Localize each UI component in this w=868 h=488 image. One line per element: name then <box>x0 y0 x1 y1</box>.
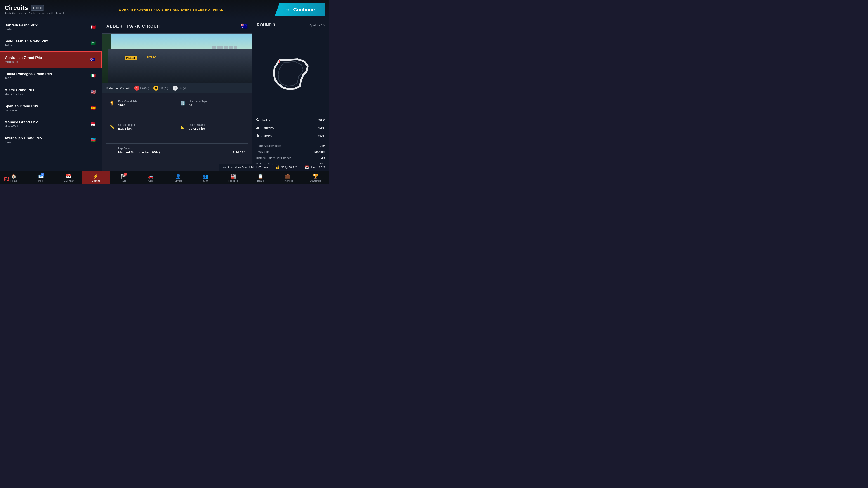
weather-temp: 28°C <box>318 119 326 122</box>
first-gp-label: First Grand Prix <box>118 100 137 103</box>
circuit-image: PIRELLI P ZERO <box>102 34 252 84</box>
laps-value: 58 <box>189 103 207 107</box>
page-title: Circuits <box>4 4 28 11</box>
condition-row: Track Abrasiveness Low <box>256 143 326 149</box>
circuit-info-bar: Balanced Circuit S C4 (x8) M C3 (x3) H C… <box>102 84 252 93</box>
status-text: Australian Grand Prix in 7 days <box>228 166 268 169</box>
tyre-s-badge: S <box>134 86 139 91</box>
status-text: $38,436,726 <box>281 166 298 169</box>
nav-item-board[interactable]: 📋 Board <box>247 171 274 184</box>
continue-arrow-icon: → <box>285 6 290 13</box>
condition-label: Track Grip <box>256 150 270 154</box>
circuit-item-flag: 🇧🇭 <box>89 24 97 30</box>
laps-stat: 🔢 Number of laps 58 <box>177 97 248 120</box>
lap-record-label: Lap Record <box>118 147 245 150</box>
nav-icon: 🏠 <box>11 173 17 179</box>
length-label: Circuit Length <box>118 123 135 127</box>
nav-item-finances[interactable]: 💼 Finances <box>274 171 302 184</box>
tyre-s-label: C4 (x8) <box>140 87 149 90</box>
nav-item-standings[interactable]: 🏆 Standings <box>302 171 329 184</box>
condition-value: Medium <box>314 150 326 154</box>
status-item: 💰 $38,436,726 <box>272 164 301 171</box>
circuit-item-australian-grand-prix[interactable]: Australian Grand Prix Melbourne 🇦🇺 <box>0 51 102 68</box>
distance-icon: 📐 <box>179 123 186 130</box>
circuit-item-text: Australian Grand Prix Melbourne <box>5 56 42 64</box>
status-icon: 📅 <box>305 165 309 169</box>
nav-item-inbox[interactable]: 3 📧 Inbox <box>27 171 55 184</box>
circuit-item-flag: 🇦🇿 <box>89 137 97 143</box>
condition-row: Historic Safety Car Chance 64% <box>256 155 326 161</box>
tyre-h-label: C2 (x2) <box>179 87 187 90</box>
status-icon: 💰 <box>276 165 279 169</box>
weather-day-label: Sunday <box>261 134 272 138</box>
distance-content: Race Distance 307.574 km <box>189 123 206 131</box>
circuit-item-text: Emilia Romagna Grand Prix Imola <box>4 72 52 80</box>
nav-item-home[interactable]: 🏠 Home <box>0 171 27 184</box>
track-map-svg <box>266 54 315 94</box>
nav-icon: 📋 <box>258 173 264 179</box>
nav-icon: 🏆 <box>313 173 318 179</box>
nav-item-staff[interactable]: 👥 Staff <box>192 171 219 184</box>
nav-item-facilities[interactable]: 🏭 Facilities <box>219 171 247 184</box>
status-text: 1 Apr, 2022 <box>311 166 326 169</box>
circuit-item-spanish-grand-prix[interactable]: Spanish Grand Prix Barcelona 🇪🇸 <box>0 100 102 116</box>
continue-button[interactable]: → Continue <box>275 3 324 16</box>
nav-icon: 📅 <box>66 173 71 179</box>
weather-row-saturday: 🌥 Saturday 24°C <box>256 124 326 132</box>
circuit-item-emilia-romagna-grand-prix[interactable]: Emilia Romagna Grand Prix Imola 🇮🇹 <box>0 68 102 84</box>
nav-label: Facilities <box>228 180 238 182</box>
right-panel: ROUND 3 April 8 - 10 🌤 Friday 28°C <box>252 19 329 171</box>
nav-label: Cars <box>148 180 153 182</box>
circuit-country-flag: 🇦🇺 <box>240 23 248 30</box>
circuit-item-location: Melbourne <box>5 60 42 64</box>
length-icon: 📏 <box>109 123 116 130</box>
circuit-item-saudi-arabian-grand-prix[interactable]: Saudi Arabian Grand Prix Jeddah 🇸🇦 <box>0 35 102 51</box>
main-content: Bahrain Grand Prix Sakhir 🇧🇭 Saudi Arabi… <box>0 19 329 171</box>
nav-label: Home <box>10 180 17 182</box>
circuit-item-monaco-grand-prix[interactable]: Monaco Grand Prix Monte-Carlo 🇲🇨 <box>0 116 102 132</box>
circuit-item-bahrain-grand-prix[interactable]: Bahrain Grand Prix Sakhir 🇧🇭 <box>0 19 102 35</box>
circuit-item-flag: 🇦🇺 <box>89 57 97 62</box>
nav-icon: 🏭 <box>230 173 236 179</box>
laps-content: Number of laps 58 <box>189 100 207 107</box>
weather-temp: 24°C <box>318 126 326 130</box>
first-gp-icon: 🏆 <box>109 100 116 107</box>
help-button[interactable]: H Help <box>31 5 44 11</box>
help-label: H Help <box>33 6 41 9</box>
circuit-item-text: Bahrain Grand Prix Sakhir <box>4 23 37 31</box>
circuit-item-location: Baku <box>4 141 42 144</box>
weather-icon: 🌤 <box>256 118 259 122</box>
circuit-item-flag: 🇸🇦 <box>89 40 97 46</box>
weather-day: 🌥 Sunday <box>256 134 272 138</box>
weather-temp: 25°C <box>318 134 326 138</box>
circuit-item-miami-grand-prix[interactable]: Miami Grand Prix Miami Gardens 🇺🇸 <box>0 84 102 100</box>
distance-value: 307.574 km <box>189 127 206 131</box>
weather-day-label: Friday <box>261 119 270 122</box>
nav-icon: ⚡ <box>93 173 99 179</box>
condition-value: 64% <box>320 156 326 160</box>
circuit-item-text: Spanish Grand Prix Barcelona <box>4 104 38 112</box>
status-item: 📅 1 Apr, 2022 <box>301 164 329 171</box>
nav-item-race[interactable]: ! 🏁 Race <box>110 171 137 184</box>
condition-label: Track Abrasiveness <box>256 144 281 148</box>
nav-item-drivers[interactable]: 👤 Drivers <box>164 171 192 184</box>
condition-value: Low <box>320 144 326 148</box>
weather-icon: 🌥 <box>256 126 259 130</box>
nav-item-cars[interactable]: 🚗 Cars <box>137 171 164 184</box>
lap-record-holder: Michael Schumacher (2004) <box>118 151 160 154</box>
nav-item-calendar[interactable]: 📅 Calendar <box>55 171 82 184</box>
circuit-item-azerbaijan-grand-prix[interactable]: Azerbaijan Grand Prix Baku 🇦🇿 <box>0 132 102 148</box>
circuit-item-name: Bahrain Grand Prix <box>4 23 37 27</box>
condition-row: Track Grip Medium <box>256 149 326 155</box>
circuit-item-name: Azerbaijan Grand Prix <box>4 136 42 140</box>
nav-label: Staff <box>203 180 208 182</box>
nav-item-circuits[interactable]: ⚡ Circuits <box>82 171 110 184</box>
page-subtitle: Study the race data for this season's of… <box>4 12 67 15</box>
center-panel: ALBERT PARK CIRCUIT 🇦🇺 <box>102 19 252 171</box>
circuit-item-name: Saudi Arabian Grand Prix <box>4 39 48 43</box>
tyre-m-compound: M C3 (x3) <box>153 86 168 91</box>
circuit-item-text: Miami Grand Prix Miami Gardens <box>4 88 34 96</box>
nav-label: Race <box>121 180 126 182</box>
circuit-item-flag: 🇲🇨 <box>89 121 97 127</box>
lap-record-time: 1:24:125 <box>232 151 245 154</box>
